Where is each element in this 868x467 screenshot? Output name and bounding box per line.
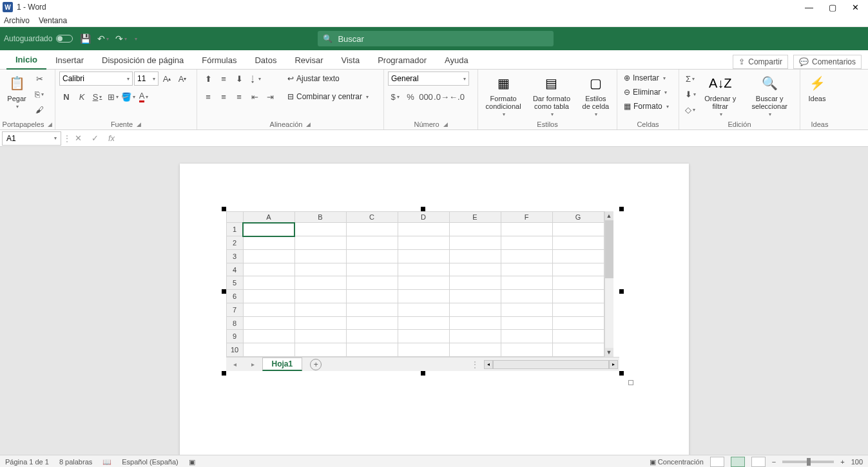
align-right-icon[interactable]: ≡ (232, 90, 246, 104)
orientation-icon[interactable]: ⭭▾ (247, 71, 262, 86)
cell[interactable] (294, 263, 346, 276)
tab-vista[interactable]: Vista (332, 52, 369, 69)
cell[interactable] (398, 249, 449, 263)
cell[interactable] (294, 276, 346, 290)
cell[interactable] (552, 263, 604, 276)
autosave-toggle[interactable]: Autoguardado (4, 34, 73, 43)
row-header[interactable]: 4 (226, 263, 243, 276)
cell[interactable] (449, 290, 501, 303)
vertical-scrollbar[interactable]: ▲ ▼ (604, 211, 613, 357)
horizontal-scrollbar[interactable] (493, 360, 609, 369)
bold-button[interactable]: N (59, 90, 73, 104)
cell[interactable] (398, 316, 449, 330)
cell[interactable] (449, 276, 501, 290)
cell[interactable] (294, 303, 346, 316)
cell[interactable] (501, 303, 552, 316)
redo-icon[interactable]: ↷▾ (115, 33, 127, 44)
cut-icon[interactable]: ✂ (32, 71, 46, 86)
cell[interactable] (501, 276, 552, 290)
menu-ventana[interactable]: Ventana (39, 16, 67, 25)
align-left-icon[interactable]: ≡ (201, 90, 215, 104)
resize-handle[interactable] (619, 207, 624, 211)
row-header[interactable]: 3 (226, 249, 243, 263)
tab-disposicion[interactable]: Disposición de página (93, 52, 193, 69)
qat-customize-icon[interactable]: ▾ (135, 36, 137, 42)
cell[interactable] (243, 303, 294, 316)
status-language[interactable]: Español (España) (122, 458, 178, 466)
align-bottom-icon[interactable]: ⬇ (232, 71, 246, 86)
cell-styles-button[interactable]: ▢Estilos de celda▾ (579, 71, 613, 119)
add-sheet-button[interactable]: + (310, 359, 322, 370)
scroll-thumb[interactable] (605, 220, 613, 278)
cell[interactable] (552, 236, 604, 250)
align-middle-icon[interactable]: ≡ (217, 71, 231, 86)
undo-icon[interactable]: ↶▾ (97, 33, 109, 44)
maximize-button[interactable]: ▢ (829, 3, 836, 12)
cell[interactable] (398, 330, 449, 343)
cell[interactable] (243, 276, 294, 290)
scroll-right-icon[interactable]: ▸ (609, 360, 618, 369)
resize-handle[interactable] (222, 207, 226, 211)
sheet-nav-next-icon[interactable]: ▸ (244, 361, 262, 368)
fill-color-icon[interactable]: 🪣▾ (121, 90, 135, 104)
cell[interactable] (294, 290, 346, 303)
font-color-icon[interactable]: A▾ (137, 90, 151, 104)
increase-decimal-icon[interactable]: .0→ (434, 90, 448, 104)
row-header[interactable]: 6 (226, 290, 243, 303)
resize-handle[interactable] (421, 371, 425, 376)
sheet-nav-prev-icon[interactable]: ◂ (226, 361, 244, 368)
cell[interactable] (449, 343, 501, 357)
autosum-icon[interactable]: Σ▾ (683, 71, 697, 86)
comments-button[interactable]: 💬Comentarios (793, 55, 862, 69)
cell[interactable] (552, 303, 604, 316)
cell[interactable] (243, 263, 294, 276)
resize-handle[interactable] (619, 289, 624, 294)
cell[interactable] (294, 223, 346, 236)
ideas-button[interactable]: ⚡Ideas (804, 71, 830, 104)
cell[interactable] (501, 290, 552, 303)
dialog-launcher-icon[interactable]: ◢ (137, 121, 141, 128)
object-resize-handle[interactable] (628, 380, 633, 385)
cancel-formula-icon[interactable]: ✕ (72, 133, 84, 143)
col-header[interactable]: B (294, 212, 346, 223)
cell[interactable] (346, 236, 398, 250)
format-cells-button[interactable]: ▦Formato▾ (621, 100, 671, 113)
cell[interactable] (501, 236, 552, 250)
enter-formula-icon[interactable]: ✓ (88, 133, 101, 143)
sort-filter-button[interactable]: A↓ZOrdenar y filtrar▾ (700, 71, 740, 119)
cell[interactable] (398, 236, 449, 250)
cell[interactable] (501, 343, 552, 357)
cell[interactable] (501, 263, 552, 276)
cell[interactable] (501, 249, 552, 263)
close-button[interactable]: ✕ (852, 3, 859, 12)
cell[interactable] (346, 303, 398, 316)
cell[interactable] (552, 316, 604, 330)
cell[interactable] (398, 290, 449, 303)
col-header[interactable]: D (398, 212, 449, 223)
cell[interactable] (398, 303, 449, 316)
col-header[interactable]: G (552, 212, 604, 223)
menu-archivo[interactable]: Archivo (4, 16, 30, 25)
tab-datos[interactable]: Datos (246, 52, 285, 69)
row-header[interactable]: 2 (226, 236, 243, 250)
cell[interactable] (346, 316, 398, 330)
zoom-in-button[interactable]: + (840, 458, 844, 466)
dialog-launcher-icon[interactable]: ◢ (443, 121, 448, 128)
font-name-combo[interactable]: Calibri▾ (59, 71, 133, 86)
share-button[interactable]: ⇪Compartir (733, 55, 788, 69)
row-header[interactable]: 1 (226, 223, 243, 236)
cell[interactable] (243, 249, 294, 263)
cell[interactable] (449, 303, 501, 316)
cell[interactable] (346, 223, 398, 236)
row-header[interactable]: 10 (226, 343, 243, 357)
tab-revisar[interactable]: Revisar (285, 52, 332, 69)
cell[interactable] (501, 316, 552, 330)
resize-handle[interactable] (222, 289, 226, 294)
format-painter-icon[interactable]: 🖌 (32, 102, 46, 117)
search-box[interactable]: 🔍 (318, 31, 554, 46)
cell[interactable] (552, 290, 604, 303)
cell[interactable] (501, 330, 552, 343)
scroll-up-icon[interactable]: ▲ (605, 211, 613, 220)
accounting-icon[interactable]: $▾ (388, 90, 402, 104)
spreadsheet-grid[interactable]: A B C D E F G 1 2 3 4 5 6 (226, 211, 604, 357)
